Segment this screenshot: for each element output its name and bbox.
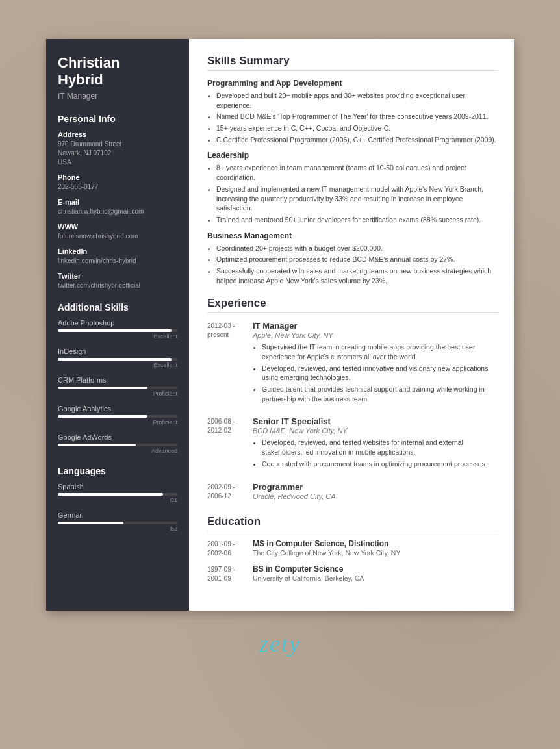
skill-item: Google AdWords Advanced: [58, 433, 177, 454]
bullet-item: Developed and built 20+ mobile apps and …: [216, 91, 498, 110]
language-item: Spanish C1: [58, 483, 177, 503]
education-section: Education 2001-09 - 2002-06 MS in Comput…: [207, 515, 498, 583]
skill-level: Excellent: [58, 333, 177, 340]
contact-item: Phone202-555-0177: [58, 173, 177, 192]
exp-company: Apple, New York City, NY: [253, 331, 498, 339]
language-bar-bg: [58, 522, 177, 524]
language-item: German B2: [58, 511, 177, 532]
contact-label: Twitter: [58, 272, 177, 280]
skill-bar-fill: [58, 444, 136, 446]
skill-name: CRM Platforms: [58, 376, 177, 384]
skills-summary-title: Skills Summary: [207, 55, 498, 71]
edu-school: University of California, Berkeley, CA: [253, 574, 498, 582]
contact-label: Address: [58, 131, 177, 138]
bullet-item: Trained and mentored 50+ junior develope…: [216, 215, 498, 225]
language-level: C1: [58, 497, 177, 503]
bullet-item: Supervised the IT team in creating mobil…: [262, 342, 498, 361]
skill-bar-bg: [58, 358, 177, 361]
education-list: 2001-09 - 2002-06 MS in Computer Science…: [207, 539, 498, 583]
experience-title: Experience: [207, 297, 498, 313]
contact-value: 970 Drummond Street Newark, NJ 07102 USA: [58, 140, 177, 167]
exp-detail: Programmer Oracle, Redwood City, CA: [253, 482, 498, 503]
additional-skills-heading: Additional Skills: [58, 302, 177, 312]
exp-job-title: Senior IT Specialist: [253, 416, 498, 426]
skills-summary-section: Skills Summary Programming and App Devel…: [207, 55, 498, 285]
edu-date: 2001-09 - 2002-06: [207, 539, 253, 558]
bullet-item: Developed, reviewed, and tested websites…: [262, 438, 498, 457]
bullet-item: 15+ years experience in C, C++, Cocoa, a…: [216, 123, 498, 133]
exp-detail: Senior IT Specialist BCD M&E, New York C…: [253, 416, 498, 472]
leadership-bullets-list: 8+ years experience in team management (…: [216, 163, 498, 224]
contact-item: Twittertwitter.com/chrishybridofficial: [58, 272, 177, 290]
skill-name: Google Analytics: [58, 405, 177, 413]
resume-main: Skills Summary Programming and App Devel…: [189, 39, 514, 611]
skill-item: Google Analytics Proficient: [58, 405, 177, 425]
edu-detail: BS in Computer Science University of Cal…: [253, 565, 498, 583]
contact-value: futureisnow.chrishybrid.com: [58, 232, 177, 241]
contact-item: Address970 Drummond Street Newark, NJ 07…: [58, 131, 177, 167]
bullet-item: 8+ years experience in team management (…: [216, 163, 498, 182]
prog-bullets-list: Developed and built 20+ mobile apps and …: [216, 91, 498, 144]
skill-bar-fill: [58, 387, 147, 389]
skill-level: Excellent: [58, 362, 177, 368]
contact-item: LinkedInlinkedin.com/in/chris-hybrid: [58, 248, 177, 266]
skill-bar-fill: [58, 329, 172, 332]
exp-company: BCD M&E, New York City, NY: [253, 427, 498, 435]
exp-job-title: IT Manager: [253, 321, 498, 331]
bullet-item: Named BCD M&E's 'Top Programmer of The Y…: [216, 112, 498, 121]
skill-bar-bg: [58, 415, 177, 418]
language-level: B2: [58, 526, 177, 532]
exp-date: 2012-03 - present: [207, 321, 253, 407]
experience-section: Experience 2012-03 - present IT Manager …: [207, 297, 498, 503]
business-bullets-list: Coordinated 20+ projects with a budget o…: [216, 244, 498, 286]
resume-sidebar: Christian Hybrid IT Manager Personal Inf…: [46, 39, 189, 611]
personal-info-heading: Personal Info: [58, 114, 177, 124]
bullet-item: Cooperated with procurement teams in opt…: [262, 459, 498, 469]
skill-item: InDesign Excellent: [58, 348, 177, 368]
skill-bar-bg: [58, 387, 177, 389]
prog-app-subtitle: Programming and App Development: [207, 79, 498, 88]
skill-level: Advanced: [58, 448, 177, 454]
skill-level: Proficient: [58, 390, 177, 397]
contact-item: E-mailchristian.w.hybrid@gmail.com: [58, 198, 177, 216]
bullet-item: C Certified Professional Programmer (200…: [216, 135, 498, 145]
contact-label: Phone: [58, 173, 177, 181]
skill-name: InDesign: [58, 348, 177, 355]
bullet-item: Optimized procurement processes to reduc…: [216, 255, 498, 264]
skill-bar-bg: [58, 329, 177, 332]
exp-job-title: Programmer: [253, 482, 498, 492]
bullet-item: Successfully cooperated with sales and m…: [216, 266, 498, 285]
skill-item: Adobe Photoshop Excellent: [58, 319, 177, 340]
edu-degree: BS in Computer Science: [253, 565, 498, 574]
candidate-title: IT Manager: [58, 92, 177, 101]
language-bar-fill: [58, 522, 123, 524]
experience-list: 2012-03 - present IT Manager Apple, New …: [207, 321, 498, 503]
exp-date: 2002-09 - 2006-12: [207, 482, 253, 503]
language-name: German: [58, 511, 177, 519]
languages-list: Spanish C1 German B2: [58, 483, 177, 532]
education-title: Education: [207, 515, 498, 531]
leadership-subtitle: Leadership: [207, 151, 498, 160]
skill-item: CRM Platforms Proficient: [58, 376, 177, 397]
education-item: 1997-09 - 2001-09 BS in Computer Science…: [207, 565, 498, 583]
zety-brand: zety: [259, 630, 301, 657]
contact-label: WWW: [58, 223, 177, 231]
experience-item: 2002-09 - 2006-12 Programmer Oracle, Red…: [207, 482, 498, 503]
contact-label: E-mail: [58, 198, 177, 206]
skill-bar-fill: [58, 415, 147, 418]
edu-date: 1997-09 - 2001-09: [207, 565, 253, 583]
bullet-item: Guided talent that provides technical su…: [262, 385, 498, 403]
language-name: Spanish: [58, 483, 177, 490]
exp-detail: IT Manager Apple, New York City, NY Supe…: [253, 321, 498, 407]
resume-document: Christian Hybrid IT Manager Personal Inf…: [46, 39, 514, 611]
skill-name: Adobe Photoshop: [58, 319, 177, 327]
bullet-item: Developed, reviewed, and tested innovati…: [262, 364, 498, 383]
contacts-list: Address970 Drummond Street Newark, NJ 07…: [58, 131, 177, 290]
language-bar-fill: [58, 493, 163, 496]
candidate-name: Christian Hybrid: [58, 55, 177, 89]
experience-item: 2006-08 - 2012-02 Senior IT Specialist B…: [207, 416, 498, 472]
skill-bar-bg: [58, 444, 177, 446]
contact-value: twitter.com/chrishybridofficial: [58, 281, 177, 290]
skill-level: Proficient: [58, 419, 177, 425]
skill-bar-fill: [58, 358, 172, 361]
